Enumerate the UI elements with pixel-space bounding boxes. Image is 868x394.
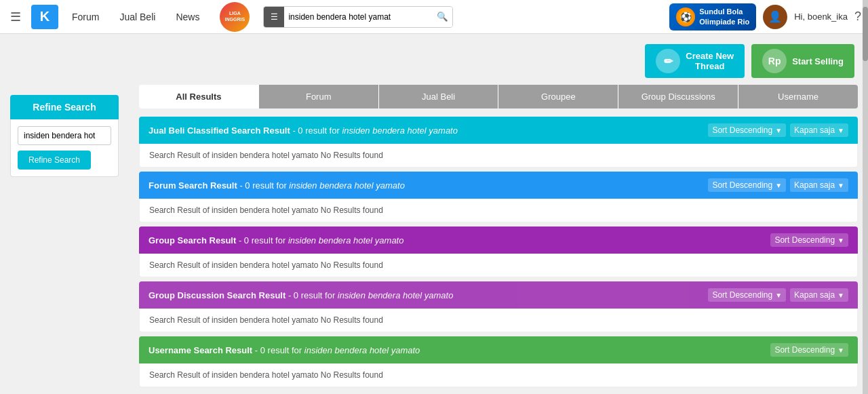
chevron-down-icon: ▼ — [837, 127, 844, 134]
search-input[interactable] — [284, 12, 432, 22]
jual-beli-kapan-dropdown[interactable]: Kapan saja ▼ — [790, 123, 848, 137]
username-result-header: Username Search Result - 0 result for in… — [139, 336, 858, 363]
help-icon[interactable]: ? — [854, 9, 861, 24]
jual-beli-result-header: Jual Beli Classified Search Result - 0 r… — [139, 117, 858, 144]
tab-all-results[interactable]: All Results — [139, 85, 259, 109]
search-menu-icon[interactable]: ☰ — [264, 7, 284, 27]
header-buttons: ✏ Create NewThread Rp Start Selling — [0, 34, 868, 85]
liga-circle-icon: LIGAINGGRIS — [220, 2, 250, 32]
refine-search-input[interactable] — [18, 126, 111, 145]
forum-result-section: Forum Search Result - 0 result for insid… — [139, 172, 858, 222]
username-result-controls: Sort Descending ▼ — [770, 343, 848, 357]
nav-jual-beli[interactable]: Jual Beli — [113, 8, 162, 26]
chevron-down-icon: ▼ — [775, 292, 782, 299]
group-sort-dropdown[interactable]: Sort Descending ▼ — [770, 233, 848, 247]
page-content: Refine Search Refine Search All Results … — [0, 85, 868, 394]
refine-search-box: Refine Search — [10, 119, 119, 177]
group-discussion-result-title: Group Discussion Search Result - 0 resul… — [149, 290, 453, 300]
tab-group-discussions[interactable]: Group Discussions — [618, 85, 738, 109]
forum-result-header: Forum Search Result - 0 result for insid… — [139, 172, 858, 199]
forum-result-title: Forum Search Result - 0 result for insid… — [149, 180, 405, 191]
username-result-section: Username Search Result - 0 result for in… — [139, 336, 858, 387]
forum-result-body: Search Result of insiden bendera hotel y… — [139, 199, 858, 222]
start-selling-label: Start Selling — [792, 56, 844, 66]
group-discussion-result-controls: Sort Descending ▼ Kapan saja ▼ — [708, 288, 848, 302]
liga-logo[interactable]: LIGAINGGRIS — [220, 2, 250, 32]
sundul-bola-badge[interactable]: ⚽ Sundul Bola Olimpiade Rio — [669, 3, 756, 31]
forum-kapan-dropdown[interactable]: Kapan saja ▼ — [790, 178, 848, 192]
forum-result-controls: Sort Descending ▼ Kapan saja ▼ — [708, 178, 848, 192]
user-avatar[interactable]: 👤 — [763, 5, 787, 29]
jual-beli-result-title: Jual Beli Classified Search Result - 0 r… — [149, 125, 458, 136]
group-result-body: Search Result of insiden bendera hotel y… — [139, 254, 858, 277]
search-button[interactable]: 🔍 — [432, 7, 452, 27]
chevron-down-icon: ▼ — [775, 127, 782, 134]
jual-beli-result-section: Jual Beli Classified Search Result - 0 r… — [139, 117, 858, 168]
forum-sort-dropdown[interactable]: Sort Descending ▼ — [708, 178, 786, 192]
group-discussion-result-header: Group Discussion Search Result - 0 resul… — [139, 281, 858, 309]
tab-username[interactable]: Username — [738, 85, 858, 109]
chevron-down-icon: ▼ — [837, 237, 844, 244]
username-result-title: Username Search Result - 0 result for in… — [149, 345, 420, 355]
tab-forum[interactable]: Forum — [259, 85, 379, 109]
nav-right: ⚽ Sundul Bola Olimpiade Rio 👤 Hi, boenk_… — [669, 3, 861, 31]
group-result-header: Group Search Result - 0 result for insid… — [139, 226, 858, 254]
group-discussion-sort-dropdown[interactable]: Sort Descending ▼ — [708, 288, 786, 302]
group-discussion-kapan-dropdown[interactable]: Kapan saja ▼ — [790, 288, 848, 302]
chevron-down-icon: ▼ — [775, 182, 782, 189]
group-result-title: Group Search Result - 0 result for insid… — [149, 235, 403, 245]
start-selling-button[interactable]: Rp Start Selling — [751, 44, 854, 78]
create-thread-button[interactable]: ✏ Create NewThread — [645, 44, 745, 78]
scrollbar-thumb[interactable] — [863, 7, 868, 61]
refine-search-button[interactable]: Refine Search — [18, 151, 91, 170]
main-area: All Results Forum Jual Beli Groupee Grou… — [129, 85, 868, 394]
chevron-down-icon: ▼ — [837, 292, 844, 299]
group-result-controls: Sort Descending ▼ — [770, 233, 848, 247]
tab-groupee[interactable]: Groupee — [498, 85, 618, 109]
username-result-body: Search Result of insiden bendera hotel y… — [139, 363, 858, 387]
group-discussion-result-section: Group Discussion Search Result - 0 resul… — [139, 281, 858, 332]
scrollbar[interactable] — [863, 0, 868, 394]
create-thread-icon: ✏ — [656, 49, 680, 73]
nav-news[interactable]: News — [169, 8, 206, 26]
sundul-bola-text: Sundul Bola Olimpiade Rio — [699, 7, 749, 26]
sidebar: Refine Search Refine Search — [0, 85, 129, 394]
sundul-bola-icon: ⚽ — [676, 7, 695, 26]
jual-beli-result-controls: Sort Descending ▼ Kapan saja ▼ — [708, 123, 848, 137]
jual-beli-result-body: Search Result of insiden bendera hotel y… — [139, 144, 858, 168]
user-greeting[interactable]: Hi, boenk_ika — [794, 12, 848, 22]
jual-beli-sort-dropdown[interactable]: Sort Descending ▼ — [708, 123, 786, 137]
tab-jual-beli[interactable]: Jual Beli — [379, 85, 499, 109]
group-discussion-result-body: Search Result of insiden bendera hotel y… — [139, 309, 858, 332]
nav-forum[interactable]: Forum — [65, 8, 106, 26]
refine-search-header: Refine Search — [10, 95, 119, 119]
site-logo[interactable]: K — [31, 5, 58, 29]
search-container: ☰ 🔍 — [263, 6, 453, 28]
tabs-row: All Results Forum Jual Beli Groupee Grou… — [139, 85, 858, 109]
create-thread-label: Create NewThread — [686, 51, 734, 71]
hamburger-menu[interactable]: ☰ — [7, 6, 24, 28]
chevron-down-icon: ▼ — [837, 347, 844, 354]
chevron-down-icon: ▼ — [837, 182, 844, 189]
navbar: ☰ K Forum Jual Beli News LIGAINGGRIS ☰ 🔍… — [0, 0, 868, 34]
start-selling-icon: Rp — [762, 49, 787, 73]
group-result-section: Group Search Result - 0 result for insid… — [139, 226, 858, 277]
username-sort-dropdown[interactable]: Sort Descending ▼ — [770, 343, 848, 357]
